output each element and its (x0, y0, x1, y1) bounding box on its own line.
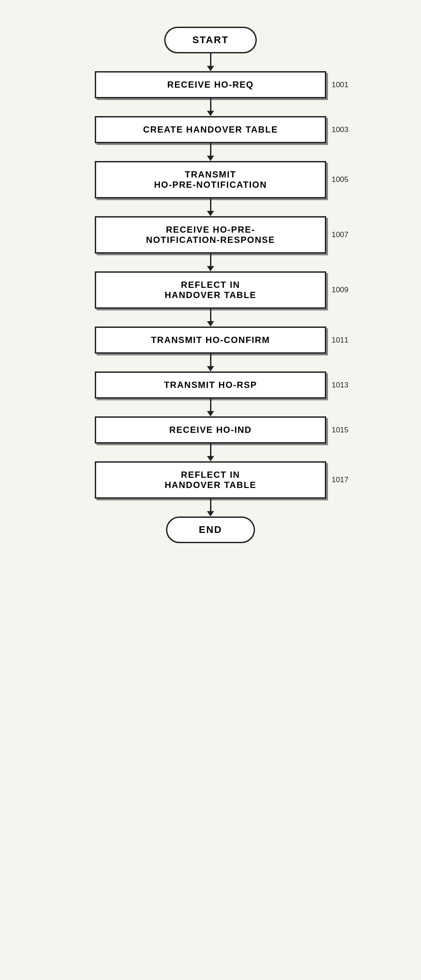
step-1007: RECEIVE HO-PRE- NOTIFICATION-RESPONSE (95, 216, 326, 254)
arrow-3 (207, 143, 214, 161)
step-1009-wrapper: REFLECT IN HANDOVER TABLE 1009 (77, 271, 344, 309)
label-1017: 1017 (332, 476, 348, 484)
arrow-line (210, 143, 211, 156)
arrow-7 (207, 354, 214, 371)
label-1005: 1005 (332, 175, 348, 184)
arrow-head (207, 156, 214, 161)
label-1015: 1015 (332, 426, 348, 435)
step-1001: RECEIVE HO-REQ (95, 71, 326, 98)
step-1011: TRANSMIT HO-CONFIRM (95, 327, 326, 354)
label-1007: 1007 (332, 230, 348, 239)
label-1013: 1013 (332, 381, 348, 390)
arrow-head (207, 456, 214, 461)
step-1007-wrapper: RECEIVE HO-PRE- NOTIFICATION-RESPONSE 10… (77, 216, 344, 254)
arrow-1 (207, 53, 214, 71)
step-1013-wrapper: TRANSMIT HO-RSP 1013 (77, 371, 344, 399)
step-1017-wrapper: REFLECT IN HANDOVER TABLE 1017 (77, 461, 344, 499)
arrow-line (210, 198, 211, 211)
step-1015: RECEIVE HO-IND (95, 416, 326, 444)
label-1001: 1001 (332, 81, 348, 89)
step-1009: REFLECT IN HANDOVER TABLE (95, 271, 326, 309)
step-1005: TRANSMIT HO-PRE-NOTIFICATION (95, 161, 326, 198)
arrow-head (207, 66, 214, 71)
flowchart: START RECEIVE HO-REQ 1001 CREATE HANDOVE… (77, 27, 344, 953)
step-1013: TRANSMIT HO-RSP (95, 371, 326, 399)
arrow-head (207, 321, 214, 327)
arrow-head (207, 366, 214, 371)
label-1011: 1011 (332, 336, 348, 345)
step-1003-wrapper: CREATE HANDOVER TABLE 1003 (77, 116, 344, 143)
arrow-6 (207, 309, 214, 327)
arrow-9 (207, 444, 214, 461)
arrow-2 (207, 98, 214, 116)
step-1017: REFLECT IN HANDOVER TABLE (95, 461, 326, 499)
arrow-5 (207, 254, 214, 271)
step-1003: CREATE HANDOVER TABLE (95, 116, 326, 143)
arrow-line (210, 499, 211, 511)
step-1015-wrapper: RECEIVE HO-IND 1015 (77, 416, 344, 444)
label-1003: 1003 (332, 125, 348, 134)
step-1005-wrapper: TRANSMIT HO-PRE-NOTIFICATION 1005 (77, 161, 344, 198)
arrow-head (207, 111, 214, 116)
end-wrapper: END (77, 516, 344, 543)
start-node: START (164, 27, 257, 53)
arrow-10 (207, 499, 214, 516)
step-1001-wrapper: RECEIVE HO-REQ 1001 (77, 71, 344, 98)
end-node: END (166, 516, 255, 543)
arrow-line (210, 309, 211, 321)
diagram-container: START RECEIVE HO-REQ 1001 CREATE HANDOVE… (0, 0, 421, 980)
label-1009: 1009 (332, 286, 348, 294)
arrow-head (207, 266, 214, 271)
step-1011-wrapper: TRANSMIT HO-CONFIRM 1011 (77, 327, 344, 354)
arrow-head (207, 211, 214, 216)
arrow-head (207, 511, 214, 516)
arrow-line (210, 53, 211, 66)
arrow-line (210, 399, 211, 411)
arrow-line (210, 444, 211, 456)
arrow-8 (207, 399, 214, 416)
start-wrapper: START (77, 27, 344, 53)
arrow-line (210, 254, 211, 266)
arrow-4 (207, 198, 214, 216)
arrow-head (207, 411, 214, 416)
arrow-line (210, 354, 211, 366)
arrow-line (210, 98, 211, 111)
